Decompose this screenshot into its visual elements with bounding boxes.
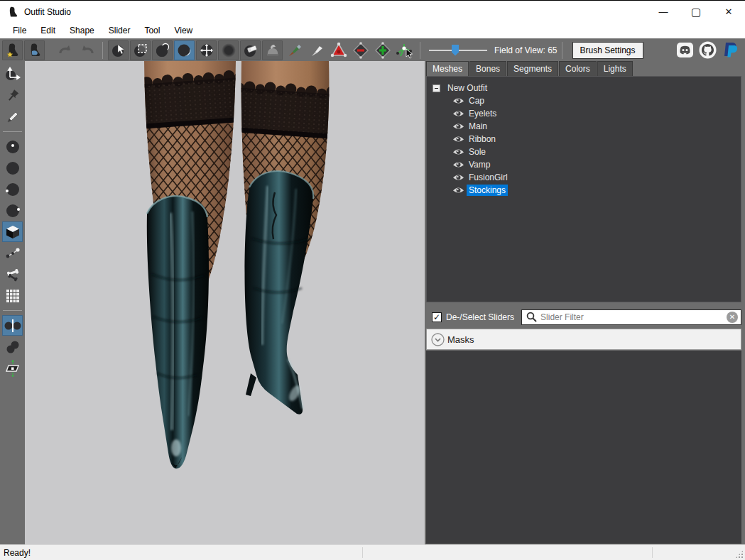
menu-tool[interactable]: Tool bbox=[137, 23, 167, 38]
smooth-brush-button[interactable] bbox=[218, 40, 239, 60]
main-toolbar: Field of View: 65 Brush Settings bbox=[0, 38, 745, 61]
sphere-dot-right-button[interactable] bbox=[2, 200, 23, 221]
mask-brush-icon bbox=[133, 43, 148, 58]
grid-icon bbox=[5, 288, 21, 304]
tree-item-stockings[interactable]: Stockings bbox=[431, 184, 736, 197]
tree-item-vamp[interactable]: Vamp bbox=[431, 158, 736, 171]
vertex-edit-button[interactable] bbox=[2, 243, 23, 263]
menu-shape[interactable]: Shape bbox=[62, 23, 102, 38]
tab-meshes[interactable]: Meshes bbox=[426, 61, 469, 76]
tree-item-sole[interactable]: Sole bbox=[431, 146, 736, 158]
status-separator bbox=[362, 547, 363, 558]
paypal-icon[interactable] bbox=[722, 41, 739, 59]
deselect-sliders-checkbox[interactable]: ✓ bbox=[432, 312, 442, 322]
clear-filter-button[interactable]: ✕ bbox=[727, 312, 738, 323]
pen-tool-button[interactable] bbox=[2, 106, 23, 127]
selected-tree-item[interactable]: Stockings bbox=[467, 185, 508, 196]
grid-toggle-button[interactable] bbox=[2, 285, 23, 306]
menu-slider[interactable]: Slider bbox=[102, 23, 138, 38]
deselect-sliders-label: De-/Select Sliders bbox=[446, 312, 514, 322]
inflate-brush-icon bbox=[155, 43, 170, 58]
brush-settings-button[interactable]: Brush Settings bbox=[572, 42, 643, 59]
tree-root-label[interactable]: New Outfit bbox=[445, 82, 489, 94]
split-edge-tool-button[interactable] bbox=[372, 40, 393, 60]
eye-icon[interactable] bbox=[452, 109, 464, 118]
perspective-cube-button[interactable] bbox=[2, 221, 23, 242]
app-logo-icon bbox=[7, 6, 18, 18]
masks-section-header[interactable]: Masks bbox=[426, 329, 741, 350]
collapse-vertex-tool-button[interactable] bbox=[350, 40, 371, 60]
pin-icon bbox=[4, 87, 21, 104]
sphere-dot-left-button[interactable] bbox=[2, 179, 23, 199]
deflate-brush-button[interactable] bbox=[174, 40, 195, 60]
redo-button[interactable] bbox=[77, 40, 97, 60]
color-brush-button[interactable] bbox=[284, 40, 305, 60]
tree-item-eyelets[interactable]: Eyelets bbox=[431, 107, 736, 120]
flip-edge-tool-button[interactable] bbox=[328, 40, 349, 60]
viewport-3d[interactable] bbox=[25, 61, 425, 545]
undo-button[interactable] bbox=[55, 40, 75, 60]
transform-axes-icon bbox=[4, 66, 21, 83]
move-vertex-tool-button[interactable] bbox=[394, 40, 415, 60]
eye-icon[interactable] bbox=[452, 97, 464, 105]
load-project-button[interactable] bbox=[24, 40, 45, 60]
sliders-panel-empty bbox=[426, 351, 741, 544]
pin-tool-button[interactable] bbox=[2, 85, 23, 106]
tree-item-main[interactable]: Main bbox=[431, 120, 736, 133]
cube-icon bbox=[4, 224, 21, 241]
close-button[interactable]: ✕ bbox=[712, 1, 745, 23]
github-icon[interactable] bbox=[699, 41, 717, 59]
bones-icon bbox=[4, 266, 22, 283]
tab-lights[interactable]: Lights bbox=[597, 61, 633, 76]
eye-icon[interactable] bbox=[452, 148, 464, 156]
slider-filter-input[interactable] bbox=[540, 312, 727, 322]
slider-thumb[interactable] bbox=[452, 45, 459, 56]
move-brush-button[interactable] bbox=[196, 40, 217, 60]
minimize-button[interactable]: — bbox=[647, 1, 680, 23]
collapse-vertex-icon bbox=[352, 42, 369, 59]
eye-icon[interactable] bbox=[452, 186, 464, 194]
undo-icon bbox=[58, 43, 73, 58]
eye-icon[interactable] bbox=[452, 122, 464, 131]
tab-colors[interactable]: Colors bbox=[559, 61, 597, 76]
deflate-brush-icon bbox=[177, 43, 192, 58]
collapse-icon[interactable] bbox=[433, 84, 440, 92]
maximize-button[interactable]: ▢ bbox=[680, 1, 712, 23]
tree-item-cap[interactable]: Cap bbox=[431, 94, 736, 107]
menu-file[interactable]: File bbox=[6, 23, 33, 38]
tree-item-ribbon[interactable]: Ribbon bbox=[431, 133, 736, 146]
mask-brush-button[interactable] bbox=[130, 40, 151, 60]
discord-icon[interactable] bbox=[676, 41, 694, 59]
tree-item-fusiongirl[interactable]: FusionGirl bbox=[431, 171, 736, 184]
mirror-toggle-button[interactable] bbox=[2, 315, 23, 336]
window-controls: — ▢ ✕ bbox=[647, 1, 745, 23]
field-of-view-slider[interactable] bbox=[429, 44, 487, 57]
weight-brush-button[interactable] bbox=[262, 40, 283, 60]
menu-edit[interactable]: Edit bbox=[33, 23, 62, 38]
transform-tool-button[interactable] bbox=[2, 64, 23, 84]
undiff-brush-button[interactable] bbox=[240, 40, 261, 60]
alpha-brush-button[interactable] bbox=[306, 40, 327, 60]
new-project-button[interactable] bbox=[2, 40, 23, 60]
tab-bones[interactable]: Bones bbox=[469, 61, 506, 76]
tree-root-row[interactable]: New Outfit bbox=[431, 82, 736, 94]
sphere-dot-center-button[interactable] bbox=[2, 136, 23, 157]
global-collision-plane-button[interactable] bbox=[2, 358, 23, 378]
search-icon bbox=[526, 312, 537, 322]
resize-grip-icon[interactable] bbox=[735, 550, 744, 559]
meshes-tree[interactable]: New Outfit Cap Eyelets Main Ribbon Sole bbox=[426, 76, 741, 302]
weight-brush-icon bbox=[265, 43, 281, 58]
load-project-icon bbox=[27, 43, 43, 58]
select-tool-button[interactable] bbox=[108, 40, 129, 60]
eye-icon[interactable] bbox=[452, 173, 464, 182]
tab-segments[interactable]: Segments bbox=[507, 61, 558, 76]
bones-toggle-button[interactable] bbox=[2, 264, 23, 285]
inflate-brush-button[interactable] bbox=[152, 40, 173, 60]
connected-vertices-button[interactable] bbox=[2, 336, 23, 357]
chevron-down-icon[interactable] bbox=[431, 333, 445, 346]
menu-view[interactable]: View bbox=[167, 23, 200, 38]
sphere-plain-button[interactable] bbox=[2, 158, 23, 178]
eye-icon[interactable] bbox=[452, 160, 464, 169]
slider-filter-searchbox[interactable]: ✕ bbox=[521, 309, 741, 325]
eye-icon[interactable] bbox=[452, 135, 464, 143]
